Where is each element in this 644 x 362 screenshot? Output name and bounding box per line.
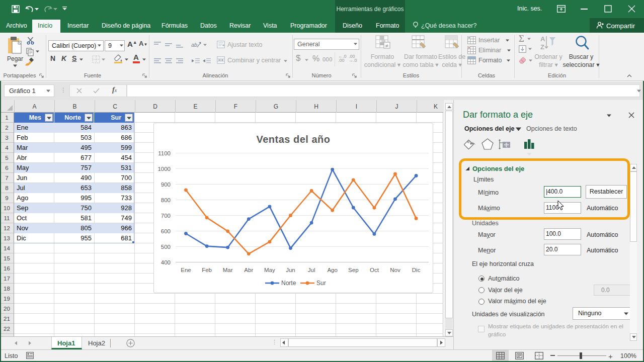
svg-text:1100: 1100 <box>158 150 171 156</box>
svg-text:Norte: Norte <box>281 280 296 287</box>
svg-text:Jun: Jun <box>286 267 295 273</box>
svg-text:Abr: Abr <box>244 267 253 273</box>
svg-text:Feb: Feb <box>202 267 212 273</box>
svg-text:Sur: Sur <box>316 280 326 287</box>
svg-text:ab: ab <box>191 42 197 48</box>
svg-text:1000: 1000 <box>157 166 171 172</box>
svg-text:Ago: Ago <box>327 267 337 273</box>
svg-text:Ene: Ene <box>181 267 191 273</box>
svg-text:400: 400 <box>161 259 171 265</box>
svg-text:700: 700 <box>161 213 171 219</box>
svg-text:May: May <box>264 267 275 273</box>
svg-text:Mar: Mar <box>223 267 233 273</box>
svg-text:≠: ≠ <box>385 43 388 49</box>
svg-text:A: A <box>540 35 545 43</box>
svg-text:Z: Z <box>540 43 544 51</box>
svg-text:600: 600 <box>161 228 171 234</box>
svg-text:900: 900 <box>161 182 171 188</box>
svg-text:800: 800 <box>161 197 171 203</box>
svg-text:500: 500 <box>161 244 171 250</box>
svg-text:Nov: Nov <box>390 267 400 273</box>
svg-text:Jul: Jul <box>308 267 315 273</box>
svg-text:Ventas del año: Ventas del año <box>256 134 330 145</box>
svg-text:Dic: Dic <box>412 267 421 273</box>
svg-text:Sep: Sep <box>348 267 358 273</box>
svg-text:Oct: Oct <box>370 267 379 273</box>
